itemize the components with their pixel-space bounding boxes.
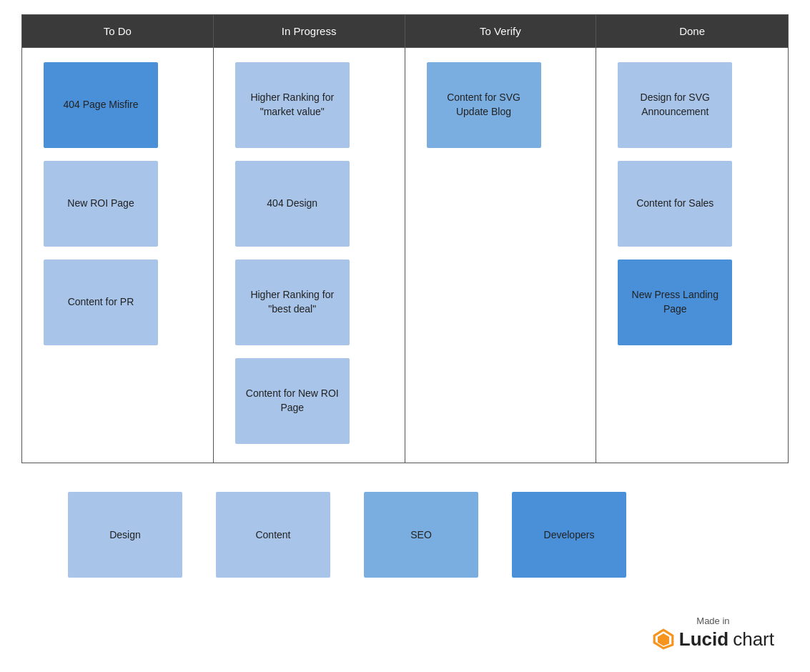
column-header-todo: To Do [22,15,213,48]
column-header-done: Done [596,15,788,48]
column-to-verify: To VerifyContent for SVG Update Blog [405,15,597,463]
column-done: DoneDesign for SVG AnnouncementContent f… [596,15,788,463]
card-card-higher-ranking-best[interactable]: Higher Ranking for "best deal" [235,260,350,345]
column-body-done: Design for SVG AnnouncementContent for S… [596,48,788,463]
card-card-404-misfire[interactable]: 404 Page Misfire [44,62,158,148]
column-body-in-progress: Higher Ranking for "market value"404 Des… [214,48,405,463]
card-card-new-press[interactable]: New Press Landing Page [618,260,732,345]
card-card-new-roi[interactable]: New ROI Page [44,161,158,247]
card-card-content-pr[interactable]: Content for PR [44,260,158,345]
column-body-to-verify: Content for SVG Update Blog [405,48,596,463]
card-card-higher-ranking-market[interactable]: Higher Ranking for "market value" [235,62,350,148]
made-in-text: Made in [696,616,729,626]
legend-legend-design: Design [68,492,182,578]
card-card-content-svg-blog[interactable]: Content for SVG Update Blog [427,62,541,148]
card-card-content-new-roi[interactable]: Content for New ROI Page [235,358,350,444]
legend-legend-developers: Developers [512,492,626,578]
column-todo: To Do404 Page MisfireNew ROI PageContent… [22,15,214,463]
lucid-bold-text: Lucid [679,628,728,651]
column-header-to-verify: To Verify [405,15,596,48]
kanban-board: To Do404 Page MisfireNew ROI PageContent… [21,14,789,463]
lucidchart-logo: Lucidchart [652,628,774,651]
column-body-todo: 404 Page MisfireNew ROI PageContent for … [22,48,213,463]
svg-marker-1 [658,633,669,646]
card-card-content-sales[interactable]: Content for Sales [618,161,732,247]
card-card-404-design[interactable]: 404 Design [235,161,350,247]
column-header-in-progress: In Progress [214,15,405,48]
lucid-normal-text: chart [733,628,774,651]
legend-legend-content: Content [216,492,330,578]
legend-legend-seo: SEO [364,492,478,578]
lucidchart-icon [652,628,675,651]
footer: Made in Lucidchart [652,616,774,651]
legend-row: DesignContentSEODevelopers [21,492,789,578]
main-container: To Do404 Page MisfireNew ROI PageContent… [0,0,810,592]
column-in-progress: In ProgressHigher Ranking for "market va… [214,15,405,463]
card-card-design-svg[interactable]: Design for SVG Announcement [618,62,732,148]
